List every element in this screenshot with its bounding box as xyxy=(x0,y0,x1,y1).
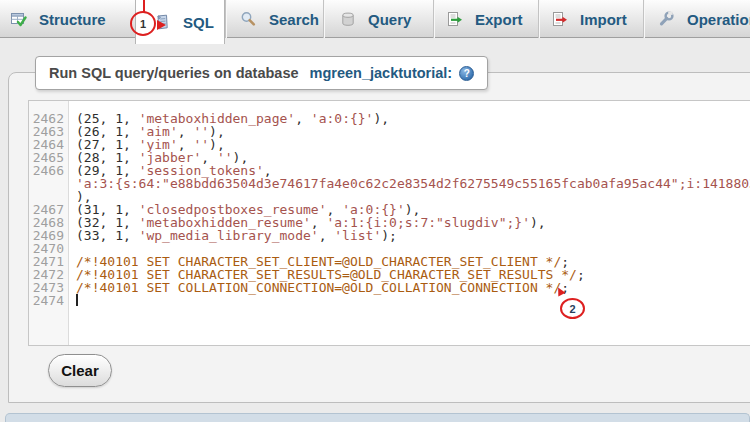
tab-structure-label: Structure xyxy=(39,11,106,28)
legend-text: Run SQL query/queries on database xyxy=(49,65,303,81)
code-text: 'a:3:{s:64:"e88bdd63504d3e74617fa4e0c62c… xyxy=(76,177,750,190)
annotation-circle-1: 1 xyxy=(130,11,156,36)
query-icon xyxy=(340,11,356,28)
tab-operations-label: Operations xyxy=(687,11,750,28)
code-text: (33, 1, 'wp_media_library_mode', 'list')… xyxy=(76,229,397,242)
database-name: mgreen_jacktutorial: xyxy=(310,65,453,81)
tab-query[interactable]: Query xyxy=(323,0,433,38)
code-line: 2473/*!40101 SET COLLATION_CONNECTION=@O… xyxy=(29,281,750,294)
search-icon xyxy=(240,11,257,28)
tab-export-label: Export xyxy=(475,11,523,28)
code-line: 2469(33, 1, 'wp_media_library_mode', 'li… xyxy=(29,229,750,242)
code-line: 2474 xyxy=(29,294,750,307)
tab-structure[interactable]: Structure xyxy=(0,0,135,38)
structure-icon xyxy=(10,11,27,28)
editor-rows: 2462(25, 1, 'metaboxhidden_page', 'a:0:{… xyxy=(29,112,750,307)
tab-import-label: Import xyxy=(580,11,627,28)
operations-icon xyxy=(658,11,675,28)
code-text: /*!40101 SET COLLATION_CONNECTION=@OLD_C… xyxy=(76,281,569,294)
annotation-1-arrow-icon xyxy=(157,20,166,30)
tab-query-label: Query xyxy=(368,11,411,28)
help-icon[interactable]: ? xyxy=(459,66,474,81)
bottom-section-edge xyxy=(5,413,750,422)
code-line: 'a:3:{s:64:"e88bdd63504d3e74617fa4e0c62c… xyxy=(29,177,750,190)
tab-sql-label: SQL xyxy=(183,14,214,31)
tab-bar: Structure SQL Search Query xyxy=(0,0,750,38)
clear-button[interactable]: Clear xyxy=(48,354,112,387)
line-number: 2466 xyxy=(29,164,64,177)
phpmyadmin-sql-page: Structure SQL Search Query xyxy=(0,0,750,422)
tab-import[interactable]: Import xyxy=(538,0,643,38)
tab-operations[interactable]: Operations xyxy=(643,0,750,38)
sql-query-legend: Run SQL query/queries on database mgreen… xyxy=(35,56,488,90)
import-icon xyxy=(551,11,568,28)
annotation-circle-2: 2 xyxy=(560,298,585,319)
tab-export[interactable]: Export xyxy=(433,0,538,38)
code-text xyxy=(76,294,78,307)
export-icon xyxy=(446,11,463,28)
tab-search-label: Search xyxy=(269,11,319,28)
text-cursor xyxy=(76,294,78,306)
tab-search[interactable]: Search xyxy=(225,0,323,38)
line-number: 2474 xyxy=(29,294,64,307)
sql-code-editor[interactable]: 2462(25, 1, 'metaboxhidden_page', 'a:0:{… xyxy=(28,100,750,346)
